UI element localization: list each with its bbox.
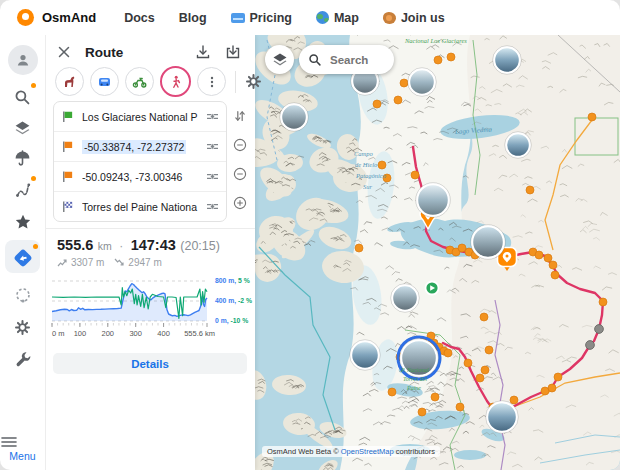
details-button[interactable]: Details bbox=[53, 353, 247, 374]
tune-icon[interactable] bbox=[206, 201, 219, 212]
save-route-icon[interactable] bbox=[225, 44, 241, 60]
pedestrian-icon bbox=[169, 75, 183, 89]
svg-text:P. Nacional: P. Nacional bbox=[400, 367, 429, 373]
hamburger-icon bbox=[0, 436, 18, 448]
minus-circle-icon bbox=[233, 167, 247, 181]
car-icon bbox=[97, 74, 112, 89]
horse-icon bbox=[62, 74, 77, 89]
remove-waypoint-button[interactable] bbox=[229, 130, 251, 159]
notification-dot bbox=[31, 83, 36, 88]
menu-button[interactable]: Menu bbox=[0, 436, 45, 462]
divider bbox=[45, 228, 255, 229]
sort-waypoints-button[interactable] bbox=[229, 101, 251, 130]
descent-icon bbox=[114, 258, 125, 267]
rail-directions-button[interactable] bbox=[0, 243, 45, 273]
svg-text:Campo: Campo bbox=[354, 150, 374, 157]
search-icon bbox=[14, 89, 31, 106]
profile-car-button[interactable] bbox=[90, 67, 119, 96]
elevation-chart[interactable]: 0 m100200300400555.6 km800 m, 5 %400 m, … bbox=[50, 278, 255, 350]
add-waypoint-button[interactable] bbox=[229, 188, 251, 217]
pricing-card-icon bbox=[231, 13, 245, 23]
svg-text:800 m, 5 %: 800 m, 5 % bbox=[215, 278, 250, 285]
svg-text:Sur: Sur bbox=[363, 183, 373, 190]
tune-icon[interactable] bbox=[206, 171, 219, 182]
nav-link-pricing[interactable]: Pricing bbox=[231, 11, 292, 25]
svg-text:Paine: Paine bbox=[406, 385, 421, 391]
rail-plan-route-button[interactable] bbox=[0, 280, 45, 310]
time-value: 147:43 bbox=[131, 237, 176, 253]
tracks-icon bbox=[14, 181, 32, 199]
map-layers-button[interactable] bbox=[265, 45, 294, 74]
rail-search-button[interactable] bbox=[0, 82, 45, 112]
star-icon bbox=[14, 213, 32, 231]
distance-value: 555.6 bbox=[57, 237, 93, 253]
svg-text:300: 300 bbox=[129, 329, 142, 338]
svg-text:100: 100 bbox=[74, 329, 87, 338]
top-navbar: OsmAnd Docs Blog Pricing Map Join us bbox=[0, 0, 620, 35]
waypoint-row-start[interactable]: Los Glaciares National P bbox=[54, 102, 226, 132]
svg-text:Torres del: Torres del bbox=[403, 376, 427, 382]
openstreetmap-link[interactable]: OpenStreetMap bbox=[341, 447, 394, 456]
rail-weather-button[interactable] bbox=[0, 143, 45, 173]
rail-favorites-button[interactable] bbox=[0, 207, 45, 237]
rail-tools-button[interactable] bbox=[0, 344, 45, 374]
route-panel: Route bbox=[45, 35, 255, 470]
profile-moped-button[interactable] bbox=[125, 67, 154, 96]
umbrella-icon bbox=[14, 150, 31, 167]
brand-name: OsmAnd bbox=[42, 10, 96, 25]
more-dots-icon bbox=[205, 75, 219, 89]
rail-tracks-button[interactable] bbox=[0, 175, 45, 205]
tune-icon[interactable] bbox=[206, 141, 219, 152]
nav-link-blog[interactable]: Blog bbox=[179, 11, 207, 25]
waypoint-label: Los Glaciares National P bbox=[82, 111, 206, 123]
waypoint-row-finish[interactable]: Torres del Paine Nationa bbox=[54, 192, 226, 221]
via-flag-icon bbox=[61, 170, 74, 183]
plan-route-icon bbox=[14, 286, 32, 304]
descent-stat: 2947 m bbox=[114, 257, 161, 268]
avatar bbox=[8, 45, 38, 75]
directions-icon bbox=[13, 248, 33, 268]
ascent-stat: 3307 m bbox=[57, 257, 104, 268]
route-settings-gear-icon[interactable] bbox=[245, 73, 262, 90]
time-alt-value: (20:15) bbox=[180, 239, 220, 253]
profile-pedestrian-button[interactable] bbox=[160, 66, 191, 97]
svg-text:0 m: 0 m bbox=[52, 329, 65, 338]
route-stats: 555.6 km · 147:43 (20:15) bbox=[57, 236, 249, 254]
svg-text:555.6 km: 555.6 km bbox=[184, 329, 215, 338]
profile-horse-button[interactable] bbox=[55, 67, 84, 96]
map-canvas[interactable]: Nacional Los GlaciaresLago ViedmaCampode… bbox=[255, 35, 620, 470]
nav-link-map[interactable]: Map bbox=[316, 11, 359, 25]
download-route-icon[interactable] bbox=[195, 44, 211, 60]
rail-layers-button[interactable] bbox=[0, 113, 45, 143]
app-window: OsmAnd Docs Blog Pricing Map Join us bbox=[0, 0, 620, 470]
ascent-icon bbox=[57, 258, 68, 267]
profile-more-button[interactable] bbox=[197, 67, 226, 96]
waypoint-list: Los Glaciares National P -50.33874, -72.… bbox=[53, 101, 227, 222]
rail-settings-button[interactable] bbox=[0, 312, 45, 342]
waypoint-row-via-1[interactable]: -50.33874, -72.27372 bbox=[54, 132, 226, 162]
remove-waypoint-button[interactable] bbox=[229, 159, 251, 188]
search-input[interactable] bbox=[328, 53, 384, 67]
waypoint-row-via-2[interactable]: -50.09243, -73.00346 bbox=[54, 162, 226, 192]
route-panel-header: Route bbox=[45, 39, 255, 65]
notification-dot bbox=[31, 176, 36, 181]
notification-dot bbox=[33, 244, 38, 249]
mascot-icon bbox=[383, 12, 396, 24]
nav-link-join-us[interactable]: Join us bbox=[383, 11, 445, 25]
osmand-logo-icon bbox=[17, 9, 34, 26]
elevation-gain-loss: 3307 m 2947 m bbox=[57, 257, 162, 268]
profile-selector bbox=[55, 66, 262, 97]
nav-link-docs[interactable]: Docs bbox=[124, 11, 155, 25]
panel-title: Route bbox=[85, 45, 195, 60]
svg-text:0 m, -10 %: 0 m, -10 % bbox=[215, 317, 248, 325]
map-search-box[interactable] bbox=[299, 45, 394, 74]
close-icon[interactable] bbox=[57, 45, 71, 59]
layers-icon bbox=[272, 52, 288, 68]
osmand-logo[interactable]: OsmAnd bbox=[17, 9, 96, 26]
account-button[interactable] bbox=[0, 45, 45, 75]
tune-icon[interactable] bbox=[206, 111, 219, 122]
svg-text:de Hielo: de Hielo bbox=[355, 161, 378, 168]
layers-icon bbox=[14, 120, 31, 137]
waypoint-actions bbox=[229, 101, 251, 217]
divider bbox=[235, 71, 236, 93]
